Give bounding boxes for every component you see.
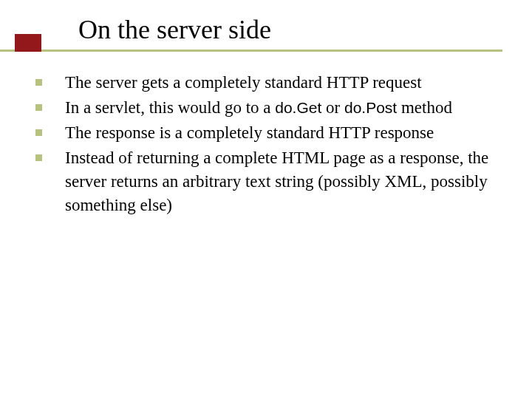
title-bar: On the server side [0, 15, 502, 52]
list-item: Instead of returning a complete HTML pag… [35, 146, 508, 217]
text-fragment: or [321, 98, 344, 117]
bullet-icon [35, 146, 65, 161]
page-title: On the server side [78, 15, 271, 44]
bullet-text: In a servlet, this would go to a do.Get … [65, 96, 508, 120]
bullet-text: Instead of returning a complete HTML pag… [65, 146, 508, 217]
bullet-icon [35, 121, 65, 136]
bullet-text: The server gets a completely standard HT… [65, 71, 508, 95]
bullet-text: The response is a completely standard HT… [65, 121, 508, 145]
accent-block [15, 34, 41, 52]
slide: On the server side The server gets a com… [0, 0, 532, 399]
text-fragment: In a servlet, this would go to a [65, 98, 275, 117]
list-item: The response is a completely standard HT… [35, 121, 508, 145]
code-fragment: do.Get [275, 99, 321, 116]
bullet-list: The server gets a completely standard HT… [35, 71, 508, 219]
list-item: The server gets a completely standard HT… [35, 71, 508, 95]
text-fragment: method [397, 98, 452, 117]
accent-underline [0, 50, 502, 52]
code-fragment: do.Post [344, 99, 397, 116]
bullet-icon [35, 96, 65, 111]
list-item: In a servlet, this would go to a do.Get … [35, 96, 508, 120]
bullet-icon [35, 71, 65, 86]
